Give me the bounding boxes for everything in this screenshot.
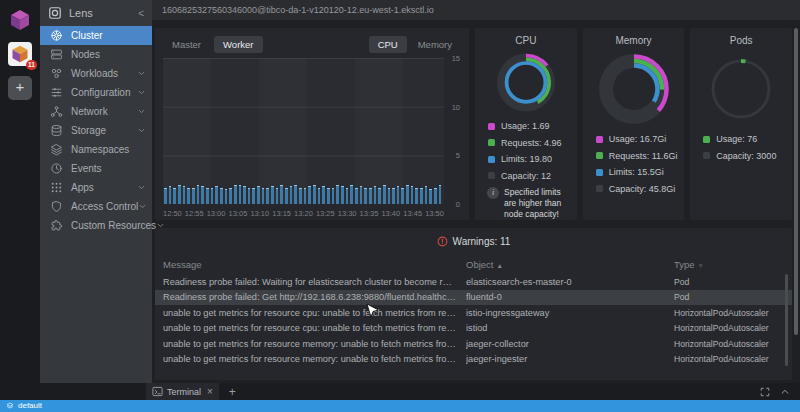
column-header-object[interactable]: Object▲ [466, 259, 674, 270]
namespace-icon [6, 402, 14, 410]
chevron-down-icon [137, 88, 146, 97]
chart-bar [173, 188, 176, 204]
sidebar-item-configuration[interactable]: Configuration [40, 83, 152, 102]
chart-bar [327, 188, 330, 204]
sidebar-item-access-control[interactable]: Access Control [40, 197, 152, 216]
legend-item-limits: Limits: 15.5Gi [596, 164, 685, 181]
x-tick-label: 13:00 [207, 209, 226, 218]
legend-color-dot [488, 172, 495, 179]
chevron-up-icon[interactable] [780, 387, 790, 397]
cpu-gauge-card: CPU Usage: 1.69 Requests: 4.96 Limits: 1… [475, 28, 577, 220]
table-row[interactable]: unable to get metrics for resource cpu: … [155, 321, 792, 337]
chart-bar [183, 186, 186, 204]
legend-color-dot [488, 139, 495, 146]
terminal-icon [152, 386, 163, 397]
tab-memory[interactable]: Memory [409, 36, 461, 53]
limits-warning-note: i Specified limits are higher than node … [487, 187, 569, 220]
table-row[interactable]: unable to get metrics for resource cpu: … [155, 305, 792, 321]
chart-bar [201, 186, 204, 204]
sidebar-item-custom-resources[interactable]: Custom Resources [40, 216, 152, 235]
chart-bar [350, 185, 353, 204]
column-header-type[interactable]: Type▼ [674, 259, 778, 270]
add-cluster-button[interactable]: + [8, 76, 32, 100]
chart-bar [234, 185, 237, 204]
tab-worker[interactable]: Worker [214, 36, 262, 53]
sidebar-item-network[interactable]: Network [40, 102, 152, 121]
close-terminal-icon[interactable]: × [207, 386, 213, 397]
chart-bar [322, 186, 325, 204]
active-cluster-icon[interactable]: 11 [8, 42, 32, 66]
legend-item-capacity: Capacity: 12 [488, 167, 577, 184]
warnings-table-body: Readiness probe failed: Waiting for elas… [155, 274, 792, 367]
table-row[interactable]: unable to get metrics for resource memor… [155, 336, 792, 352]
warnings-table-header: Message Object▲ Type▼ [155, 254, 792, 274]
chart-bar [425, 186, 428, 204]
x-tick-label: 12:55 [185, 209, 204, 218]
new-terminal-button[interactable]: + [229, 385, 236, 399]
expand-dock-icon[interactable] [760, 387, 770, 397]
chart-bar [187, 188, 190, 204]
storage-icon [50, 124, 63, 137]
chart-bar [308, 186, 311, 204]
chart-bars [163, 58, 444, 204]
legend-color-dot [596, 169, 603, 176]
sidebar-item-workloads[interactable]: Workloads [40, 64, 152, 83]
chart-bar [313, 185, 316, 204]
chart-bar [434, 188, 437, 204]
legend-color-dot [703, 136, 710, 143]
chart-bar [392, 188, 395, 204]
table-row[interactable]: Readiness probe failed: Get http://192.1… [155, 290, 792, 306]
x-tick-label: 13:35 [360, 209, 379, 218]
legend-item-requests: Requests: 11.6Gi [596, 148, 685, 165]
active-context-label[interactable]: default [18, 400, 42, 412]
table-row[interactable]: unable to get metrics for resource memor… [155, 352, 792, 368]
legend-color-dot [703, 152, 710, 159]
sidebar-item-nodes[interactable]: Nodes [40, 45, 152, 64]
tab-cpu[interactable]: CPU [369, 36, 407, 53]
chart-bar [229, 188, 232, 204]
lens-logo-icon[interactable] [8, 8, 32, 32]
lens-app-icon [48, 6, 62, 20]
sidebar-item-events[interactable]: Events [40, 159, 152, 178]
page-scrollbar-thumb[interactable] [794, 28, 798, 335]
chart-bar [257, 186, 260, 204]
warnings-title: Warnings: 11 [453, 236, 511, 247]
chart-bar [225, 189, 228, 204]
x-tick-label: 13:45 [403, 209, 422, 218]
main-content: Master Worker CPU Memory 151050 12:5012:… [152, 20, 800, 383]
cluster-url-bar: 1606825327560346000@tibco-da-1-v120120-1… [152, 0, 800, 20]
chart-x-axis: 12:5012:5513:0013:0513:1013:1513:2013:25… [163, 205, 444, 218]
chart-bar [429, 189, 432, 204]
table-row[interactable]: Readiness probe failed: Waiting for elas… [155, 274, 792, 290]
chart-bar [346, 188, 349, 204]
legend-item-requests: Requests: 4.96 [488, 134, 577, 151]
sidebar-item-cluster[interactable]: Cluster [40, 26, 152, 45]
x-tick-label: 12:50 [163, 209, 182, 218]
chart-bar [415, 188, 418, 204]
x-tick-label: 13:25 [316, 209, 335, 218]
legend-item-usage: Usage: 16.7Gi [596, 131, 685, 148]
sidebar-collapse-icon[interactable]: < [138, 8, 144, 19]
app-title: Lens [69, 7, 138, 19]
legend-color-dot [488, 156, 495, 163]
chart-bar [388, 188, 391, 204]
chart-bar [169, 186, 172, 204]
chart-bar [439, 185, 442, 204]
tab-master[interactable]: Master [163, 36, 210, 53]
namespaces-icon [50, 143, 63, 156]
chart-bar [383, 185, 386, 204]
column-header-message[interactable]: Message [163, 259, 466, 270]
table-scrollbar-thumb[interactable] [785, 274, 788, 366]
sidebar-item-apps[interactable]: Apps [40, 178, 152, 197]
y-tick-label: 0 [456, 200, 460, 209]
memory-gauge-card: Memory Usage: 16.7Gi Requests: 11.6Gi Li… [583, 28, 685, 220]
sidebar-item-storage[interactable]: Storage [40, 121, 152, 140]
chevron-down-icon [137, 107, 146, 116]
gauge-title: CPU [475, 35, 577, 46]
chart-bar [318, 188, 321, 204]
sidebar-item-namespaces[interactable]: Namespaces [40, 140, 152, 159]
chart-bar [411, 186, 414, 204]
chart-bar [239, 185, 242, 204]
terminal-tab[interactable]: Terminal × [146, 383, 219, 400]
memory-donut-chart [596, 51, 672, 127]
